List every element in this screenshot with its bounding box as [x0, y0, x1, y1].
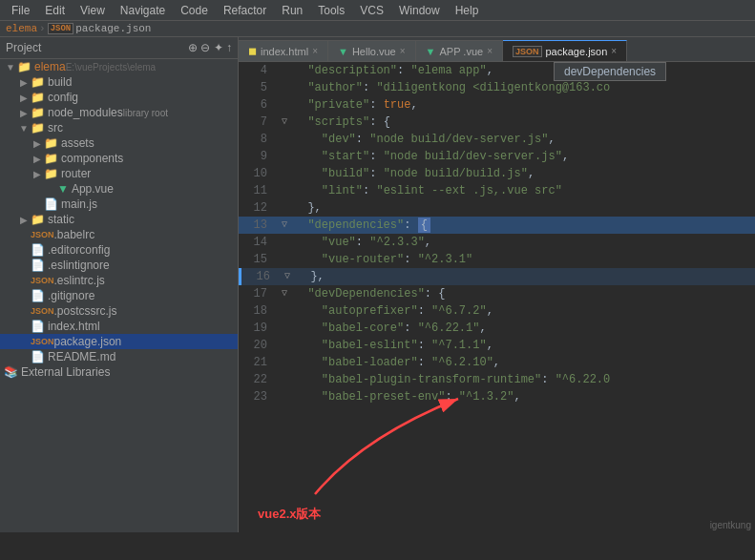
gutter-13: ▽ — [275, 217, 294, 234]
json-icon-tab: JSON — [513, 46, 542, 57]
tab-close-index[interactable]: × — [312, 46, 318, 56]
watermark: igentkung — [710, 520, 751, 530]
folder-icon-elema: 📁 — [17, 60, 31, 73]
code-content-7: "scripts": { — [294, 114, 755, 131]
code-editor[interactable]: devDependencies 4 "description": "elema … — [239, 62, 755, 532]
tree-label-node-modules: node_modules — [48, 106, 123, 119]
tab-hello-vue[interactable]: ▼ Hello.vue × — [328, 40, 416, 61]
arrow-svg — [305, 380, 496, 504]
line-number-19: 19 — [239, 320, 275, 337]
code-line-5: 5 "author": "diligentkong <diligentkong@… — [239, 79, 755, 96]
code-line-20: 20 "babel-eslint": "^7.1.1", — [239, 337, 755, 354]
tree-label-router: router — [61, 167, 91, 180]
js-icon-main: 📄 — [44, 197, 58, 211]
ext-icon: 📚 — [4, 365, 18, 379]
sidebar-title: Project — [6, 41, 41, 54]
code-content-13: "dependencies": { — [294, 217, 755, 234]
menu-navigate[interactable]: Navigate — [113, 2, 173, 19]
annotation: vue2.x版本 — [258, 506, 321, 523]
tree-item-src[interactable]: ▼ 📁 src — [0, 120, 238, 135]
tree-item-gitignore[interactable]: 📄 .gitignore — [0, 288, 238, 303]
tab-label-package: package.json — [546, 46, 608, 57]
html-icon-index: 📄 — [31, 320, 45, 333]
tree-item-elema[interactable]: ▼ 📁 elema E:\vueProjects\elema — [0, 59, 238, 74]
code-line-18: 18 "autoprefixer": "^6.7.2", — [239, 302, 755, 320]
tree-item-app-vue[interactable]: ▼ App.vue — [0, 181, 238, 197]
tab-close-app[interactable]: × — [487, 46, 493, 56]
line-number-7: 7 — [239, 114, 275, 131]
tree-item-config[interactable]: ▶ 📁 config — [0, 90, 238, 105]
tree-item-main-js[interactable]: 📄 main.js — [0, 197, 238, 212]
code-line-7: 7 ▽ "scripts": { — [239, 114, 755, 131]
folder-icon-components: 📁 — [44, 152, 58, 165]
tree-item-eslintrc[interactable]: JSON .eslintrc.js — [0, 273, 238, 288]
breadcrumb-file[interactable]: package.json — [75, 23, 151, 34]
tree-arrow-node-modules: ▶ — [17, 108, 31, 118]
breadcrumb-root[interactable]: elema — [6, 23, 37, 34]
html-icon-tab: ◼ — [248, 45, 257, 57]
menu-vcs[interactable]: VCS — [352, 2, 391, 19]
menu-file[interactable]: File — [4, 2, 37, 19]
tree-item-router[interactable]: ▶ 📁 router — [0, 166, 238, 181]
line-number-20: 20 — [239, 337, 275, 354]
tree-item-readme[interactable]: 📄 README.md — [0, 349, 238, 364]
tab-close-package[interactable]: × — [611, 46, 617, 56]
menu-refactor[interactable]: Refactor — [216, 2, 274, 19]
vue-icon-app: ▼ — [57, 182, 69, 196]
code-line-15: 15 "vue-router": "^2.3.1" — [239, 251, 755, 268]
vue-icon-tab-hello: ▼ — [338, 46, 348, 57]
tab-package-json[interactable]: JSON package.json × — [503, 40, 627, 61]
fold-icon-13[interactable]: ▽ — [282, 217, 287, 234]
tree-arrow-assets: ▶ — [31, 138, 44, 149]
tree-item-assets[interactable]: ▶ 📁 assets — [0, 135, 238, 151]
menu-tools[interactable]: Tools — [310, 2, 352, 19]
tree-item-static[interactable]: ▶ 📁 static — [0, 212, 238, 227]
tree-item-package-json[interactable]: JSON package.json — [0, 334, 238, 349]
tree-arrow-src: ▼ — [17, 123, 31, 134]
tree-item-external-libraries[interactable]: 📚 External Libraries — [0, 364, 238, 380]
tree-item-components[interactable]: ▶ 📁 components — [0, 151, 238, 166]
tree-badge-node-modules: library root — [123, 108, 168, 118]
line-number-5: 5 — [239, 79, 275, 96]
fold-icon-7[interactable]: ▽ — [282, 114, 287, 131]
tab-label-app: APP .vue — [439, 46, 483, 57]
tree-item-build[interactable]: ▶ 📁 build — [0, 74, 238, 90]
code-content-6: "private": true, — [294, 96, 755, 114]
code-line-4: 4 "description": "elema app", — [239, 62, 755, 79]
line-number-6: 6 — [239, 96, 275, 114]
file-icon-editorconfig: 📄 — [31, 243, 45, 257]
menu-help[interactable]: Help — [448, 2, 487, 19]
menu-edit[interactable]: Edit — [37, 2, 73, 19]
tab-app-vue[interactable]: ▼ APP .vue × — [416, 40, 503, 61]
code-content-16: }, — [297, 268, 755, 285]
folder-icon-src: 📁 — [31, 121, 45, 135]
tab-label-hello: Hello.vue — [352, 46, 396, 57]
folder-icon-static: 📁 — [31, 213, 45, 226]
line-number-12: 12 — [239, 199, 275, 217]
fold-icon-16[interactable]: ▽ — [284, 268, 290, 285]
code-content-17: "devDependencies": { — [294, 285, 755, 302]
code-content-5: "author": "diligentkong <diligentkong@16… — [294, 79, 755, 96]
line-number-23: 23 — [239, 388, 275, 405]
gutter-17: ▽ — [275, 285, 294, 302]
gutter-7: ▽ — [275, 114, 294, 131]
menu-code[interactable]: Code — [173, 2, 216, 19]
fold-icon-17[interactable]: ▽ — [282, 285, 287, 302]
tree-item-index-html[interactable]: 📄 index.html — [0, 319, 238, 334]
menu-view[interactable]: View — [73, 2, 113, 19]
folder-icon-build: 📁 — [31, 75, 45, 89]
tabs: ◼ index.html × ▼ Hello.vue × ▼ APP .vue … — [239, 37, 755, 62]
sidebar-header-icons: ⊕ ⊖ ✦ ↑ — [188, 41, 232, 54]
folder-icon-config: 📁 — [31, 91, 45, 104]
tree-item-postcssrc[interactable]: JSON .postcssrc.js — [0, 303, 238, 319]
code-line-8: 8 "dev": "node build/dev-server.js", — [239, 131, 755, 148]
menu-run[interactable]: Run — [274, 2, 310, 19]
menu-window[interactable]: Window — [391, 2, 448, 19]
tab-close-hello[interactable]: × — [400, 46, 406, 56]
tab-index-html[interactable]: ◼ index.html × — [239, 40, 328, 61]
tree-item-babelrc[interactable]: JSON .babelrc — [0, 227, 238, 242]
tree-label-postcssrc: .postcssrc.js — [54, 304, 117, 318]
tree-item-eslintignore[interactable]: 📄 .eslintignore — [0, 258, 238, 273]
tree-item-editorconfig[interactable]: 📄 .editorconfig — [0, 242, 238, 258]
tree-item-node-modules[interactable]: ▶ 📁 node_modules library root — [0, 105, 238, 120]
